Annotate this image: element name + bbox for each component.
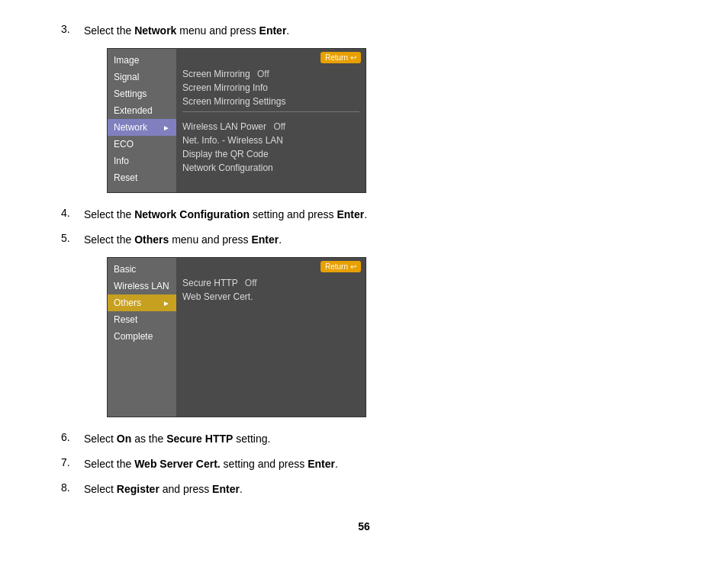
step-num-3: 3. (61, 23, 84, 35)
menu-group-2a: Secure HTTP Off Web Server Cert. (182, 276, 359, 304)
step-4: 4. Select the Network Configuration sett… (61, 207, 667, 223)
screen-mirroring-settings-item[interactable]: Screen Mirroring Settings (182, 95, 359, 108)
menu-item-eco[interactable]: ECO (108, 136, 176, 153)
step-text-5: Select the Others menu and press Enter. (84, 232, 282, 248)
step-text-3: Select the Network menu and press Enter. (84, 23, 289, 39)
secure-http-item[interactable]: Secure HTTP Off (182, 276, 359, 290)
net-info-item[interactable]: Net. Info. - Wireless LAN (182, 134, 359, 147)
network-config-item[interactable]: Network Configuration (182, 161, 359, 175)
menu-item-reset-2[interactable]: Reset (108, 311, 176, 328)
menu-item-others[interactable]: Others ► (108, 294, 176, 311)
step-6: 6. Select On as the Secure HTTP setting. (61, 431, 667, 447)
return-label-1: Return (325, 53, 348, 62)
screen-mirroring-info-item[interactable]: Screen Mirroring Info (182, 81, 359, 95)
menu-item-wireless-lan[interactable]: Wireless LAN (108, 278, 176, 294)
page-content: 3. Select the Network menu and press Ent… (61, 23, 667, 532)
step-7: 7. Select the Web Server Cert. setting a… (61, 456, 667, 472)
menu-group-1a: Screen Mirroring Off Screen Mirroring In… (182, 67, 359, 108)
step-num-8: 8. (61, 481, 84, 494)
step-num-5: 5. (61, 232, 84, 244)
menu-item-settings[interactable]: Settings (108, 85, 176, 102)
step-8: 8. Select Register and press Enter. (61, 481, 667, 497)
web-server-cert-item[interactable]: Web Server Cert. (182, 290, 359, 304)
menu-item-signal[interactable]: Signal (108, 69, 176, 85)
step-text-8: Select Register and press Enter. (84, 481, 243, 497)
step-text-6: Select On as the Secure HTTP setting. (84, 431, 270, 447)
step-text-4: Select the Network Configuration setting… (84, 207, 367, 223)
menu-display-2: Basic Wireless LAN Others ► Reset Comple… (107, 257, 366, 417)
return-icon-2: ↩ (350, 262, 356, 271)
menu-left-1: Image Signal Settings Extended Network ►… (108, 49, 176, 192)
menu-group-1b: Wireless LAN Power Off Net. Info. - Wire… (182, 120, 359, 175)
wireless-lan-power-value: Off (273, 121, 285, 132)
step-num-6: 6. (61, 431, 84, 443)
wireless-lan-power-item[interactable]: Wireless LAN Power Off (182, 120, 359, 134)
menu-item-complete[interactable]: Complete (108, 328, 176, 345)
step-3: 3. Select the Network menu and press Ent… (61, 23, 667, 39)
divider-1 (182, 111, 359, 112)
menu-right-1: Return ↩ Screen Mirroring Off Screen Mir… (176, 49, 366, 192)
menu-right-2: Return ↩ Secure HTTP Off Web Server Cert… (176, 258, 366, 417)
menu-item-image[interactable]: Image (108, 52, 176, 69)
step-text-7: Select the Web Server Cert. setting and … (84, 456, 338, 472)
secure-http-value: Off (245, 278, 257, 288)
menu-screenshot-2: Basic Wireless LAN Others ► Reset Comple… (84, 257, 667, 417)
menu-item-reset[interactable]: Reset (108, 169, 176, 186)
return-button-2[interactable]: Return ↩ (321, 261, 361, 272)
return-button-1[interactable]: Return ↩ (321, 52, 361, 63)
screen-mirroring-item[interactable]: Screen Mirroring Off (182, 67, 359, 81)
menu-item-basic[interactable]: Basic (108, 261, 176, 278)
menu-item-network[interactable]: Network ► (108, 119, 176, 136)
arrow-icon-2: ► (163, 299, 170, 307)
menu-display-1: Image Signal Settings Extended Network ►… (107, 48, 366, 193)
step-num-4: 4. (61, 207, 84, 219)
menu-left-2: Basic Wireless LAN Others ► Reset Comple… (108, 258, 176, 417)
screen-mirroring-value: Off (257, 69, 269, 79)
menu-item-info[interactable]: Info (108, 153, 176, 169)
display-qr-item[interactable]: Display the QR Code (182, 147, 359, 161)
return-label-2: Return (325, 262, 348, 271)
page-number: 56 (61, 520, 667, 532)
step-num-7: 7. (61, 456, 84, 468)
menu-screenshot-1: Image Signal Settings Extended Network ►… (84, 48, 667, 193)
arrow-icon: ► (163, 124, 170, 132)
step-5: 5. Select the Others menu and press Ente… (61, 232, 667, 248)
return-icon-1: ↩ (350, 53, 356, 62)
menu-item-extended[interactable]: Extended (108, 102, 176, 119)
